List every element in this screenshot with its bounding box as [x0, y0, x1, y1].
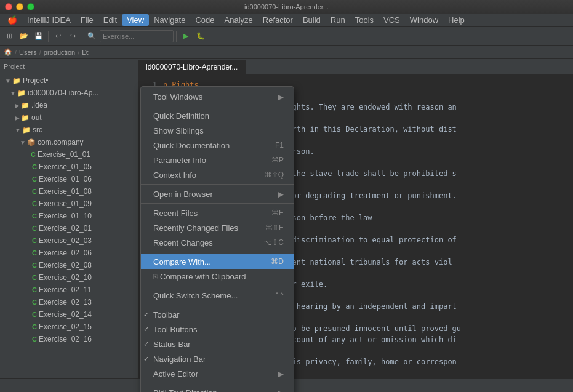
- menu-view[interactable]: View: [122, 14, 149, 26]
- menu-tool-buttons[interactable]: ✓ Tool Buttons: [141, 322, 294, 337]
- tree-item-ex0208[interactable]: C Exercise_02_08: [0, 259, 138, 271]
- menu-window[interactable]: Window: [405, 14, 443, 26]
- project-panel-header: Project: [0, 59, 138, 74]
- tree-item-company[interactable]: ▼ 📦 com.company: [0, 136, 138, 148]
- menu-context-info[interactable]: Context Info ⌘⇧Q: [141, 167, 294, 182]
- toolbar-icon-2[interactable]: 📂: [17, 30, 31, 43]
- tree-item-ex0101[interactable]: ▶ C Exercise_01_01: [0, 148, 138, 161]
- menu-active-editor[interactable]: Active Editor ▶: [141, 366, 294, 381]
- menu-recent-files[interactable]: Recent Files ⌘E: [141, 206, 294, 220]
- minimize-button[interactable]: [16, 3, 23, 10]
- tree-item-ex0110[interactable]: C Exercise_01_10: [0, 210, 138, 222]
- class-icon: C: [32, 335, 37, 343]
- menu-apple[interactable]: 🍎: [2, 14, 22, 26]
- tree-item-ex0215[interactable]: C Exercise_02_15: [0, 321, 138, 333]
- menu-refactor[interactable]: Refactor: [258, 14, 298, 26]
- menu-status-bar[interactable]: ✓ Status Bar: [141, 337, 294, 351]
- toolbar-icon-3[interactable]: 💾: [32, 30, 46, 43]
- title-bar: id0000070-Libro-Aprender...: [0, 0, 573, 14]
- menu-open-browser[interactable]: Open in Browser ▶: [141, 186, 294, 201]
- close-button[interactable]: [5, 3, 12, 10]
- shortcut-label: ⌥⇧C: [263, 238, 284, 247]
- menu-vcs[interactable]: VCS: [379, 14, 405, 26]
- tree-item-out[interactable]: ▶ 📁 out: [0, 111, 138, 124]
- menu-quick-doc[interactable]: Quick Documentation F1: [141, 138, 294, 153]
- menu-sep-2: [141, 184, 294, 185]
- class-icon: C: [32, 175, 37, 183]
- tree-item-src[interactable]: ▼ 📁 src: [0, 124, 138, 136]
- menu-bar: 🍎 IntelliJ IDEA File Edit View Navigate …: [0, 14, 573, 27]
- maximize-button[interactable]: [27, 3, 34, 10]
- tree-item-ex0108[interactable]: C Exercise_01_08: [0, 185, 138, 198]
- tree-item-root[interactable]: ▼ 📁 id0000070-Libro-Ap...: [0, 87, 138, 99]
- menu-recent-changes[interactable]: Recent Changes ⌥⇧C: [141, 235, 294, 250]
- menu-help[interactable]: Help: [443, 14, 470, 26]
- menu-sep-1: [141, 106, 294, 106]
- menu-tools[interactable]: Tools: [350, 14, 379, 26]
- class-icon: C: [32, 225, 37, 232]
- project-tree: ▼ 📁 Project• ▼ 📁 id0000070-Libro-Ap... ▶…: [0, 74, 138, 345]
- menu-toolbar[interactable]: ✓ Toolbar: [141, 307, 294, 322]
- shortcut-label: ⌘D: [271, 257, 284, 266]
- tree-item-ex0206[interactable]: C Exercise_02_06: [0, 247, 138, 259]
- class-icon: C: [32, 163, 37, 170]
- toolbar-run[interactable]: ▶: [179, 30, 193, 43]
- menu-recently-changed[interactable]: Recently Changed Files ⌘⇧E: [141, 220, 294, 235]
- menu-parameter-info[interactable]: Parameter Info ⌘P: [141, 153, 294, 167]
- tree-item-ex0214[interactable]: C Exercise_02_14: [0, 308, 138, 321]
- menu-intellij[interactable]: IntelliJ IDEA: [22, 14, 76, 26]
- bc-production[interactable]: production: [44, 49, 75, 56]
- folder-icon: 📁: [12, 77, 21, 85]
- window-title: id0000070-Libro-Aprender...: [244, 3, 329, 10]
- menu-analyze[interactable]: Analyze: [220, 14, 258, 26]
- menu-navigation-bar[interactable]: ✓ Navigation Bar: [141, 351, 294, 366]
- menu-code[interactable]: Code: [190, 14, 219, 26]
- tree-item-ex0216[interactable]: C Exercise_02_16: [0, 333, 138, 345]
- submenu-arrow-icon: ▶: [278, 369, 284, 378]
- tree-item-ex0109[interactable]: C Exercise_01_09: [0, 198, 138, 210]
- project-panel: Project ▼ 📁 Project• ▼ 📁 id0000070-Libro…: [0, 59, 138, 378]
- menu-bidi-text[interactable]: Bidi Text Direction ▶: [141, 385, 294, 392]
- menu-run[interactable]: Run: [326, 14, 350, 26]
- toolbar-icon-4[interactable]: ↩: [51, 30, 65, 43]
- editor-tab-active[interactable]: id0000070-Libro-Aprender...: [138, 60, 246, 74]
- tree-item-ex0213[interactable]: C Exercise_02_13: [0, 296, 138, 308]
- tree-item-project[interactable]: ▼ 📁 Project•: [0, 74, 138, 87]
- menu-file[interactable]: File: [76, 14, 98, 26]
- arrow-icon: ▼: [20, 139, 26, 146]
- bc-users[interactable]: Users: [19, 49, 37, 56]
- class-icon: C: [32, 298, 37, 306]
- tree-item-ex0210[interactable]: C Exercise_02_10: [0, 271, 138, 284]
- tree-item-ex0203[interactable]: C Exercise_02_03: [0, 234, 138, 247]
- toolbar-icon-5[interactable]: ↪: [66, 30, 79, 43]
- toolbar-icon-1[interactable]: ⊞: [2, 30, 16, 43]
- submenu-arrow-icon: ▶: [278, 388, 284, 393]
- tree-item-ex0105[interactable]: C Exercise_01_05: [0, 161, 138, 173]
- class-icon: C: [32, 249, 37, 257]
- breadcrumb: 🏠 / Users / production / D:: [0, 46, 573, 59]
- toolbar-debug[interactable]: 🐛: [194, 30, 207, 43]
- tree-item-ex0106[interactable]: C Exercise_01_06: [0, 173, 138, 185]
- menu-compare-clipboard[interactable]: ⎘ Compare with Clipboard: [141, 269, 294, 284]
- tree-item-ex0211[interactable]: C Exercise_02_11: [0, 284, 138, 296]
- toolbar-icon-6[interactable]: 🔍: [85, 30, 98, 43]
- project-label: Project: [4, 63, 25, 70]
- check-icon: ✓: [143, 340, 149, 348]
- class-icon: C: [32, 311, 37, 318]
- menu-navigate[interactable]: Navigate: [149, 14, 190, 26]
- class-icon: C: [32, 188, 37, 195]
- menu-quick-definition[interactable]: Quick Definition: [141, 108, 294, 123]
- menu-sep-6: [141, 305, 294, 305]
- view-menu: Tool Windows ▶ Quick Definition Show Sib…: [140, 86, 294, 392]
- menu-quick-switch[interactable]: Quick Switch Scheme... ⌃^: [141, 288, 294, 303]
- shortcut-label: ⌘⇧E: [265, 223, 284, 232]
- toolbar-search[interactable]: Exercise...: [100, 30, 174, 42]
- menu-compare-with[interactable]: Compare With... ⌘D: [141, 254, 294, 269]
- menu-show-siblings[interactable]: Show Siblings: [141, 123, 294, 138]
- menu-edit[interactable]: Edit: [98, 14, 122, 26]
- menu-build[interactable]: Build: [298, 14, 326, 26]
- tree-item-idea[interactable]: ▶ 📁 .idea: [0, 99, 138, 111]
- tree-item-ex0201[interactable]: C Exercise_02_01: [0, 222, 138, 234]
- bc-d[interactable]: D:: [82, 49, 89, 56]
- menu-tool-windows[interactable]: Tool Windows ▶: [141, 89, 294, 104]
